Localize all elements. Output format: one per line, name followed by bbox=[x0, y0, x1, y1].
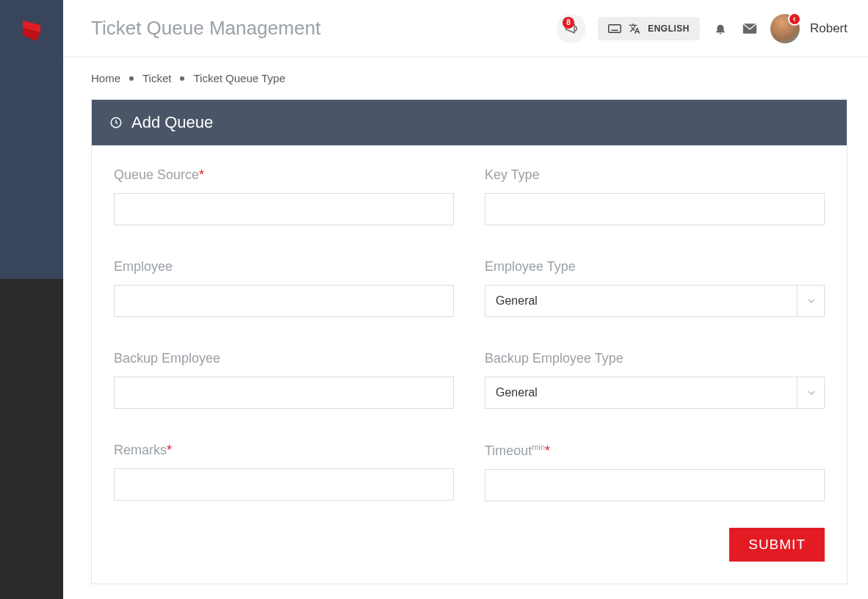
announcements-button[interactable]: 8 bbox=[557, 14, 586, 43]
employee-input[interactable] bbox=[114, 285, 454, 317]
breadcrumb-separator bbox=[129, 76, 134, 81]
employee-type-select[interactable] bbox=[485, 285, 825, 317]
remarks-input[interactable] bbox=[114, 468, 454, 501]
avatar bbox=[770, 14, 800, 43]
svg-rect-2 bbox=[609, 24, 621, 32]
sidebar bbox=[0, 0, 63, 599]
panel-header: Add Queue bbox=[92, 100, 847, 145]
breadcrumb-item-ticket[interactable]: Ticket bbox=[142, 72, 171, 84]
user-menu[interactable]: Robert bbox=[770, 14, 847, 43]
field-key-type: Key Type bbox=[485, 167, 825, 225]
backup-employee-type-select[interactable] bbox=[485, 377, 825, 409]
header-actions: 8 ENGLISH bbox=[557, 14, 847, 43]
timeout-label: Timeoutmin* bbox=[485, 443, 825, 459]
field-timeout: Timeoutmin* bbox=[485, 443, 825, 501]
clock-icon bbox=[109, 116, 123, 129]
language-label: ENGLISH bbox=[648, 23, 690, 34]
breadcrumb-item-current: Ticket Queue Type bbox=[193, 72, 285, 84]
field-backup-employee-type: Backup Employee Type bbox=[485, 351, 825, 409]
avatar-status-badge bbox=[788, 12, 801, 26]
breadcrumb-item-home[interactable]: Home bbox=[91, 72, 120, 84]
employee-type-label: Employee Type bbox=[485, 259, 825, 275]
panel-add-queue: Add Queue Queue Source* Key Type bbox=[91, 99, 847, 584]
submit-button[interactable]: SUBMIT bbox=[729, 528, 825, 562]
messages-button[interactable] bbox=[741, 20, 759, 37]
queue-source-label: Queue Source* bbox=[114, 167, 454, 183]
field-remarks: Remarks* bbox=[114, 443, 454, 501]
language-switcher[interactable]: ENGLISH bbox=[598, 17, 700, 40]
app-header: Ticket Queue Management 8 ENGLISH bbox=[63, 0, 868, 57]
key-type-input[interactable] bbox=[485, 193, 825, 225]
notifications-button[interactable] bbox=[712, 20, 729, 37]
breadcrumb: Home Ticket Ticket Queue Type bbox=[91, 72, 847, 84]
remarks-label: Remarks* bbox=[114, 443, 454, 458]
backup-employee-label: Backup Employee bbox=[114, 351, 454, 366]
backup-employee-type-label: Backup Employee Type bbox=[485, 351, 825, 366]
employee-label: Employee bbox=[114, 259, 454, 275]
panel-title: Add Queue bbox=[131, 113, 213, 132]
app-logo[interactable] bbox=[18, 18, 45, 44]
field-backup-employee: Backup Employee bbox=[114, 351, 454, 409]
key-type-label: Key Type bbox=[485, 167, 825, 183]
bell-icon bbox=[714, 22, 727, 35]
field-queue-source: Queue Source* bbox=[114, 167, 454, 225]
translate-icon bbox=[629, 23, 640, 35]
announcements-count: 8 bbox=[563, 17, 574, 29]
breadcrumb-separator bbox=[180, 76, 184, 81]
keyboard-icon bbox=[608, 23, 621, 34]
mail-icon bbox=[742, 23, 757, 35]
field-employee: Employee bbox=[114, 259, 454, 317]
sidebar-lower bbox=[0, 279, 63, 599]
page-title: Ticket Queue Management bbox=[91, 17, 321, 40]
queue-source-input[interactable] bbox=[114, 193, 454, 225]
timeout-input[interactable] bbox=[485, 469, 825, 501]
user-name: Robert bbox=[810, 21, 847, 36]
backup-employee-input[interactable] bbox=[114, 377, 454, 409]
field-employee-type: Employee Type bbox=[485, 259, 825, 317]
